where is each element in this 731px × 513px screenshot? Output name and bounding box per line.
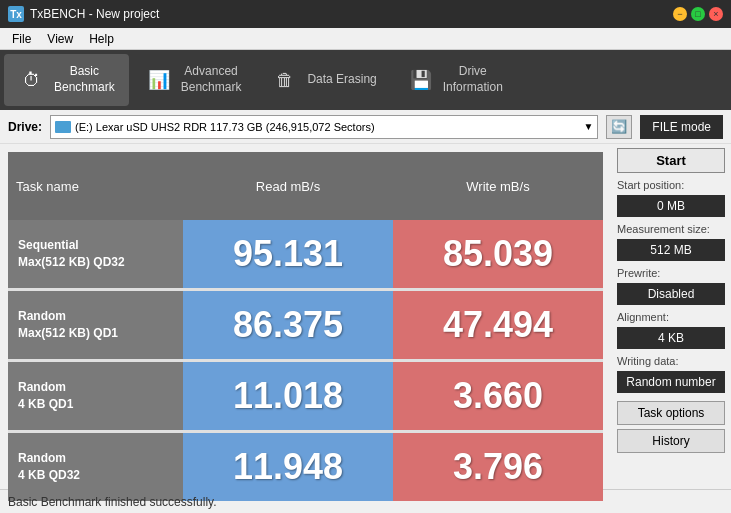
advanced-benchmark-label-1: Advanced xyxy=(181,64,242,80)
read-value-cell: 95.131 xyxy=(183,220,393,288)
read-value-cell: 11.018 xyxy=(183,362,393,430)
benchmark-table: Task name Read mB/s Write mB/s Sequentia… xyxy=(8,152,603,501)
write-speed: 85.039 xyxy=(397,233,599,275)
toolbar-advanced-benchmark[interactable]: 📊 Advanced Benchmark xyxy=(131,54,256,106)
write-value-cell: 3.660 xyxy=(393,362,603,430)
read-speed: 11.018 xyxy=(187,375,389,417)
write-speed: 47.494 xyxy=(397,304,599,346)
menu-bar: File View Help xyxy=(0,28,731,50)
data-erasing-label-1: Data Erasing xyxy=(307,72,376,88)
benchmark-area: Task name Read mB/s Write mB/s Sequentia… xyxy=(0,144,611,489)
drive-row: Drive: (E:) Lexar uSD UHS2 RDR 117.73 GB… xyxy=(0,110,731,144)
basic-benchmark-label-1: Basic xyxy=(54,64,115,80)
col-task-name: Task name xyxy=(8,152,183,220)
app-icon: Tx xyxy=(8,6,24,22)
toolbar-data-erasing[interactable]: 🗑 Data Erasing xyxy=(257,54,390,106)
write-value-cell: 85.039 xyxy=(393,220,603,288)
drive-information-label-1: Drive xyxy=(443,64,503,80)
task-name-cell: Random4 KB QD1 xyxy=(8,362,183,430)
col-read: Read mB/s xyxy=(183,152,393,220)
write-value-cell: 47.494 xyxy=(393,291,603,359)
drive-selector[interactable]: (E:) Lexar uSD UHS2 RDR 117.73 GB (246,9… xyxy=(50,115,598,139)
prewrite-label: Prewrite: xyxy=(617,267,725,279)
basic-benchmark-label-2: Benchmark xyxy=(54,80,115,96)
table-row: Random4 KB QD111.0183.660 xyxy=(8,362,603,430)
main-area: Task name Read mB/s Write mB/s Sequentia… xyxy=(0,144,731,489)
data-erasing-icon: 🗑 xyxy=(271,66,299,94)
task-options-button[interactable]: Task options xyxy=(617,401,725,425)
read-value-cell: 86.375 xyxy=(183,291,393,359)
window-controls: − □ × xyxy=(673,7,723,21)
read-speed: 95.131 xyxy=(187,233,389,275)
table-row: Random4 KB QD3211.9483.796 xyxy=(8,433,603,501)
write-speed: 3.796 xyxy=(397,446,599,488)
read-speed: 86.375 xyxy=(187,304,389,346)
menu-file[interactable]: File xyxy=(4,30,39,48)
menu-help[interactable]: Help xyxy=(81,30,122,48)
right-panel: Start Start position: 0 MB Measurement s… xyxy=(611,144,731,489)
table-row: RandomMax(512 KB) QD186.37547.494 xyxy=(8,291,603,359)
write-value-cell: 3.796 xyxy=(393,433,603,501)
advanced-benchmark-icon: 📊 xyxy=(145,66,173,94)
read-value-cell: 11.948 xyxy=(183,433,393,501)
measurement-size-label: Measurement size: xyxy=(617,223,725,235)
writing-data-label: Writing data: xyxy=(617,355,725,367)
minimize-button[interactable]: − xyxy=(673,7,687,21)
write-speed: 3.660 xyxy=(397,375,599,417)
drive-information-label-2: Information xyxy=(443,80,503,96)
status-text: Basic Benchmark finished successfully. xyxy=(8,495,217,509)
maximize-button[interactable]: □ xyxy=(691,7,705,21)
toolbar-drive-information[interactable]: 💾 Drive Information xyxy=(393,54,517,106)
start-position-value[interactable]: 0 MB xyxy=(617,195,725,217)
alignment-value[interactable]: 4 KB xyxy=(617,327,725,349)
app-icon-text: Tx xyxy=(10,9,22,20)
col-write: Write mB/s xyxy=(393,152,603,220)
history-button[interactable]: History xyxy=(617,429,725,453)
prewrite-value[interactable]: Disabled xyxy=(617,283,725,305)
task-name-cell: Random4 KB QD32 xyxy=(8,433,183,501)
read-speed: 11.948 xyxy=(187,446,389,488)
drive-information-icon: 💾 xyxy=(407,66,435,94)
start-position-label: Start position: xyxy=(617,179,725,191)
basic-benchmark-icon: ⏱ xyxy=(18,66,46,94)
file-mode-button[interactable]: FILE mode xyxy=(640,115,723,139)
task-name-cell: SequentialMax(512 KB) QD32 xyxy=(8,220,183,288)
alignment-label: Alignment: xyxy=(617,311,725,323)
toolbar: ⏱ Basic Benchmark 📊 Advanced Benchmark 🗑… xyxy=(0,50,731,110)
writing-data-value[interactable]: Random number xyxy=(617,371,725,393)
close-button[interactable]: × xyxy=(709,7,723,21)
menu-view[interactable]: View xyxy=(39,30,81,48)
measurement-size-value[interactable]: 512 MB xyxy=(617,239,725,261)
table-row: SequentialMax(512 KB) QD3295.13185.039 xyxy=(8,220,603,288)
drive-dropdown-arrow: ▼ xyxy=(583,121,593,132)
start-button[interactable]: Start xyxy=(617,148,725,173)
task-name-cell: RandomMax(512 KB) QD1 xyxy=(8,291,183,359)
window-title: TxBENCH - New project xyxy=(30,7,159,21)
drive-label: Drive: xyxy=(8,120,42,134)
drive-icon xyxy=(55,121,71,133)
drive-value: (E:) Lexar uSD UHS2 RDR 117.73 GB (246,9… xyxy=(75,121,375,133)
advanced-benchmark-label-2: Benchmark xyxy=(181,80,242,96)
drive-refresh-button[interactable]: 🔄 xyxy=(606,115,632,139)
title-bar: Tx TxBENCH - New project − □ × xyxy=(0,0,731,28)
toolbar-basic-benchmark[interactable]: ⏱ Basic Benchmark xyxy=(4,54,129,106)
